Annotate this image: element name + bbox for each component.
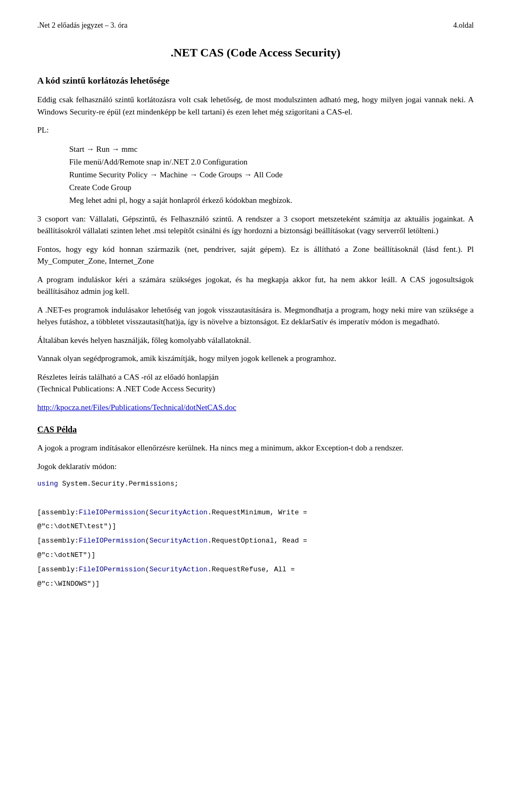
indent-line1: Start → Run → mmc [69,143,474,155]
section2-para1: A jogok a program indításakor ellenőrzés… [37,442,474,454]
section1-para5: A .NET-es programok indulásakor lehetősé… [37,304,474,328]
page-main-title: .NET CAS (Code Access Security) [37,46,474,60]
code-line-blank [37,493,474,504]
section1-para8: Részletes leírás található a CAS -ról az… [37,371,474,395]
section2-sub-heading: Jogok deklaratív módon: [37,461,474,473]
header-left: .Net 2 előadás jegyzet – 3. óra [37,21,128,30]
indent-block: Start → Run → mmc File menü/Add/Remote s… [69,143,474,207]
pl-label: PL: [37,124,474,136]
section1-para2: 3 csoport van: Vállalati, Gépszintű, és … [37,213,474,237]
section1-link-paragraph: http://kpocza.net/Files/Publications/Tec… [37,401,474,414]
header-right: 4.oldal [454,21,474,30]
section2-heading: CAS Példa [37,425,474,434]
code-line-1: using System.Security.Permissions; [37,479,474,490]
code-line-4: [assembly:FileIOPermission(SecurityActio… [37,536,474,547]
code-line-3: @"c:\dotNET\test")] [37,521,474,532]
code-line-7: @"c:\WINDOWS")] [37,579,474,590]
section1-para7: Vannak olyan segédprogramok, amik kiszám… [37,352,474,365]
page-header: .Net 2 előadás jegyzet – 3. óra 4.oldal [37,21,474,30]
section1-para4: A program induláskor kéri a számára szük… [37,274,474,298]
section1-para6: Általában kevés helyen használják, főleg… [37,334,474,347]
code-line-5: @"c:\dotNET")] [37,550,474,561]
create-code-group-line: Create Code Group [69,181,474,194]
code-block-section: using System.Security.Permissions; [asse… [37,479,474,589]
indent-line5: Meg lehet adni pl, hogy a saját honlapró… [69,194,474,207]
indent-line3: Runtime Security Policy → Machine → Code… [69,168,474,181]
section1-heading: A kód szintű korlátozás lehetősége [37,76,474,86]
indent-line2: File menü/Add/Remote snap in/.NET 2.0 Co… [69,155,474,168]
section1-para1: Eddig csak felhasználó szintű korlátozás… [37,94,474,118]
cas-link[interactable]: http://kpocza.net/Files/Publications/Tec… [37,403,236,412]
code-line-2: [assembly:FileIOPermission(SecurityActio… [37,507,474,519]
section1-para3: Fontos, hogy egy kód honnan származik (n… [37,243,474,267]
code-line-6: [assembly:FileIOPermission(SecurityActio… [37,564,474,576]
